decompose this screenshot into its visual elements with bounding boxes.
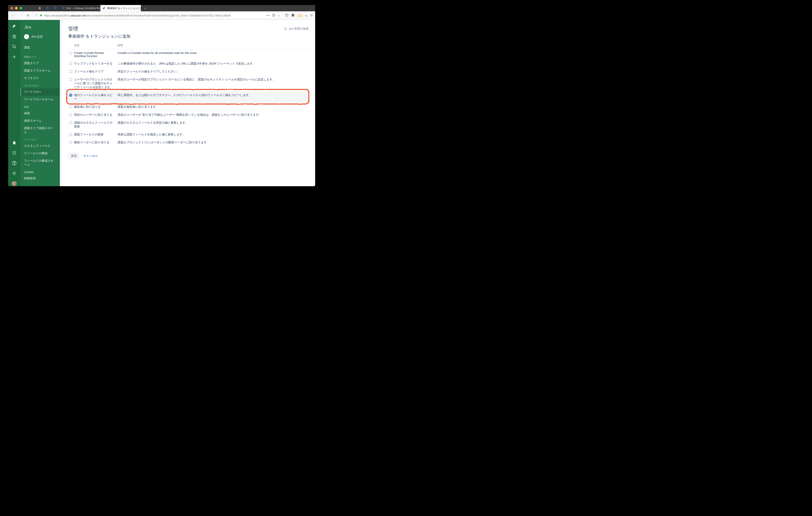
- sidebar-section-heading: 課題タイプ: [20, 53, 60, 60]
- admin-search-link[interactable]: Jira 管理の検索: [284, 27, 309, 31]
- back-link[interactable]: Jira 設定: [20, 33, 60, 44]
- table-row[interactable]: 課題フィールドの更新簡単な課題フィールドを指定した値に更新します。: [68, 131, 309, 139]
- extension-badge[interactable]: ▬▬: [297, 14, 302, 17]
- back-button[interactable]: ←: [10, 13, 15, 18]
- function-name: 現在のユーザーに割り当てる: [73, 111, 117, 119]
- radio-button[interactable]: [69, 121, 72, 124]
- sidebar-item[interactable]: カスタムフィールド: [20, 142, 60, 150]
- page-subtitle: 事後操作 をトランジションに追加: [68, 33, 309, 39]
- svg-rect-1: [286, 14, 288, 16]
- create-plus-icon[interactable]: [12, 55, 17, 60]
- radio-button[interactable]: [69, 52, 72, 55]
- url-host: atlassian.net: [71, 14, 86, 17]
- function-name: 開発リーダーに割り当てる: [73, 139, 117, 147]
- svg-point-15: [15, 154, 16, 154]
- lock-icon: [40, 14, 42, 17]
- more-url-icon[interactable]: •••: [266, 14, 270, 17]
- help-icon[interactable]: [12, 161, 17, 166]
- new-tab-button[interactable]: ＋: [141, 5, 149, 11]
- jira-logo-icon[interactable]: [12, 24, 17, 29]
- sidebar-toggle-icon[interactable]: [285, 13, 289, 18]
- radio-button[interactable]: [69, 105, 72, 109]
- table-row[interactable]: Create Crucible Review Workflow Function…: [68, 50, 309, 60]
- tab-label: Edit — Software Simplified Wo…: [66, 7, 100, 9]
- table-row[interactable]: フィールド値をクリア所定のフィールドの値をクリアしてください。: [68, 68, 309, 75]
- sidebar-item[interactable]: 時間管理: [20, 175, 60, 182]
- table-row[interactable]: 開発リーダーに割り当てる課題をプロジェクト/コンポーネントの開発リーダーに割り当…: [68, 139, 309, 147]
- browser-titlebar: Edit — Software Simplified Wo… × 事後操作 をト…: [8, 5, 315, 11]
- site-info-icon[interactable]: ⓘ: [35, 13, 38, 18]
- sidebar-section-heading: 画面: [20, 103, 60, 110]
- sidebar-item[interactable]: サブタスク: [20, 74, 60, 82]
- settings-gear-icon[interactable]: [12, 171, 17, 176]
- table-row[interactable]: 他のフィールドから値をコピー同じ課題内、または親からサブタスクへ、1つのフィール…: [68, 91, 309, 103]
- svg-point-11: [14, 152, 14, 153]
- cancel-link[interactable]: キャンセル: [83, 154, 98, 158]
- function-name: 課題フィールドの更新: [73, 131, 117, 139]
- table-row[interactable]: ユーザーのプロジェクトのロールに基づいて課題のセキュリティ レベルを設定します現…: [68, 75, 309, 91]
- radio-button[interactable]: [69, 62, 72, 65]
- table-row[interactable]: 報告者に割り当てる課題を報告者に割り当てます: [68, 103, 309, 111]
- sidebar-item[interactable]: 画面: [20, 110, 60, 117]
- radio-button[interactable]: [69, 70, 72, 73]
- function-name: 他のフィールドから値をコピー: [73, 91, 117, 103]
- close-window-button[interactable]: [10, 7, 13, 9]
- reload-button[interactable]: ⟳: [25, 14, 30, 17]
- function-desc: 課題を報告者に割り当てます: [117, 103, 309, 111]
- function-desc: この事後操作が実行されると、JIRA は指定した URL に課題の中身を JSO…: [117, 60, 309, 68]
- url-prefix: https://example29nov.: [44, 14, 71, 17]
- search-icon[interactable]: [12, 44, 17, 50]
- function-desc: 所定のフィールドの値をクリアしてください。: [117, 68, 309, 75]
- function-desc: 課題のカスタムフィールドを所定の値に更新します。: [117, 119, 309, 131]
- forward-button[interactable]: →: [18, 14, 23, 17]
- sidebar-item[interactable]: 課題タイプ: [20, 60, 60, 67]
- reader-icon[interactable]: [272, 13, 276, 18]
- table-row[interactable]: 現在のユーザーに割り当てる現在のユーザーが '割り当て可能なユーザー' 権限を持…: [68, 111, 309, 119]
- jira-icon: [62, 6, 65, 10]
- bookmark-star-icon[interactable]: ☆: [277, 13, 280, 18]
- notification-icon[interactable]: [12, 141, 17, 146]
- sidebar-item[interactable]: 画面スキーム: [20, 117, 60, 125]
- browser-tab-jira-2[interactable]: [52, 5, 60, 11]
- browser-toolbar: ← → ⟳ ⓘ https://example29nov.atlassian.n…: [8, 11, 315, 20]
- radio-button[interactable]: [69, 94, 72, 97]
- svg-rect-5: [293, 16, 294, 17]
- svg-rect-3: [293, 14, 294, 15]
- sidebar-item[interactable]: ワークフロースキーム: [20, 96, 60, 103]
- svg-point-14: [14, 154, 14, 154]
- svg-point-18: [14, 173, 15, 174]
- table-row[interactable]: ウェブフックをトリガーするこの事後操作が実行されると、JIRA は指定した UR…: [68, 60, 309, 68]
- radio-button[interactable]: [69, 113, 72, 116]
- sidebar-item[interactable]: フィールドの構成: [20, 150, 60, 157]
- table-row[interactable]: 課題のカスタムフィールドの更新課題のカスタムフィールドを所定の値に更新します。: [68, 119, 309, 131]
- minimize-window-button[interactable]: [15, 7, 18, 9]
- col-desc: 説明: [117, 42, 309, 50]
- sidebar-item-issues[interactable]: 課題: [20, 44, 60, 53]
- browser-tab-postfunction[interactable]: 事後操作 をトランジションに追… ×: [100, 5, 141, 11]
- submit-button[interactable]: 追加: [68, 152, 80, 159]
- sidebar-item[interactable]: 課題タイプ画面スキーム: [20, 125, 60, 136]
- radio-button[interactable]: [69, 133, 72, 136]
- radio-button[interactable]: [69, 141, 72, 144]
- back-arrow-icon: [24, 34, 29, 39]
- browser-tab-settings[interactable]: [36, 5, 44, 11]
- address-bar[interactable]: ⓘ https://example29nov.atlassian.net/sec…: [33, 12, 282, 19]
- global-nav-rail: [8, 20, 20, 186]
- zoom-window-button[interactable]: [20, 7, 22, 9]
- browser-tab-edit-workflow[interactable]: Edit — Software Simplified Wo… ×: [60, 5, 100, 11]
- sidebar-item[interactable]: フィールドの構成スキーム: [20, 157, 60, 169]
- apps-grid-icon[interactable]: [12, 151, 17, 156]
- sidebar-scrollbar[interactable]: [60, 20, 62, 186]
- radio-button[interactable]: [69, 78, 72, 81]
- plus-icon: ＋: [143, 6, 147, 10]
- svg-point-6: [13, 45, 16, 48]
- star-icon[interactable]: [12, 34, 17, 39]
- sidebar-item[interactable]: 課題タイプスキーム: [20, 67, 60, 74]
- profile-avatar[interactable]: [12, 181, 17, 186]
- sidebar-item[interactable]: ワークフロー: [20, 88, 60, 96]
- overflow-icon[interactable]: »: [305, 13, 307, 18]
- jira-icon: [103, 6, 106, 10]
- extension-grid-icon[interactable]: [291, 13, 294, 18]
- browser-tab-jira-1[interactable]: [44, 5, 52, 11]
- hamburger-menu-icon[interactable]: [310, 13, 313, 18]
